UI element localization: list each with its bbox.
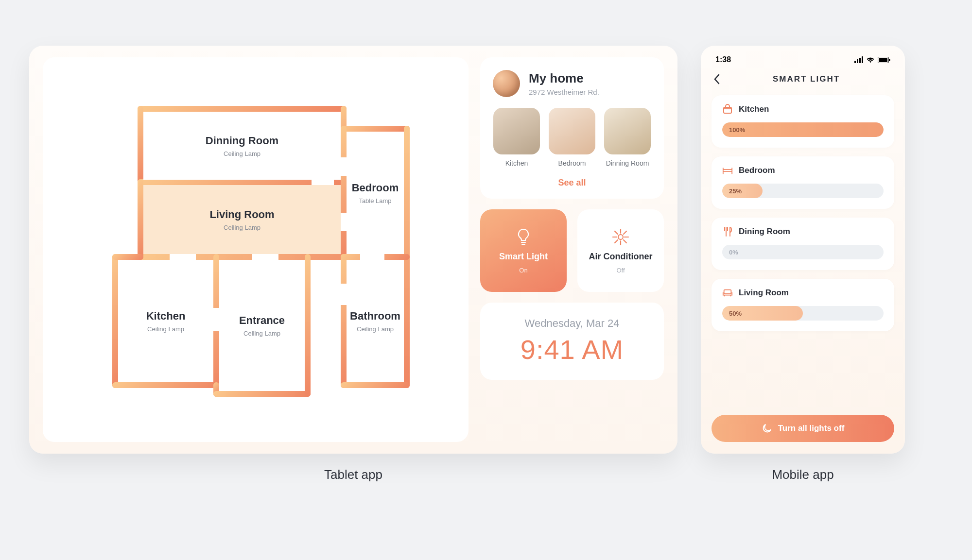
avatar[interactable] bbox=[493, 70, 520, 97]
room-thumb-dinning[interactable]: Dinning Room bbox=[604, 108, 651, 167]
svg-rect-12 bbox=[879, 58, 887, 62]
svg-line-7 bbox=[615, 231, 618, 234]
room-sublabel: Ceiling Lamp bbox=[224, 150, 260, 157]
svg-line-8 bbox=[624, 240, 626, 243]
thumb-image bbox=[493, 108, 540, 154]
svg-point-2 bbox=[618, 235, 623, 239]
room-sublabel: Ceiling Lamp bbox=[243, 330, 280, 337]
slider-card-kitchen: Kitchen 100% bbox=[712, 95, 894, 148]
room-name: Kitchen bbox=[146, 310, 186, 322]
slider-label: Dining Room bbox=[739, 227, 790, 237]
thumb-label: Dinning Room bbox=[606, 159, 649, 167]
bed-icon bbox=[722, 165, 733, 176]
room-bathroom[interactable]: Bathroom Ceiling Lamp bbox=[347, 260, 404, 382]
tile-state: On bbox=[519, 267, 527, 274]
couch-icon bbox=[722, 288, 733, 298]
battery-icon bbox=[878, 57, 890, 63]
mobile-frame: 1:38 SMART LIGHT Kitchen bbox=[701, 46, 905, 454]
thumb-image bbox=[604, 108, 651, 154]
tile-title: Air Conditioner bbox=[589, 252, 653, 262]
room-thumb-bedroom[interactable]: Bedroom bbox=[548, 108, 596, 167]
slider-list: Kitchen 100% Bedroom 25% bbox=[712, 95, 894, 442]
slider-value: 0% bbox=[729, 249, 738, 256]
room-living[interactable]: Living Room Ceiling Lamp bbox=[143, 185, 341, 254]
snowflake-icon bbox=[612, 227, 629, 247]
svg-line-9 bbox=[624, 231, 626, 234]
brightness-slider[interactable]: 100% bbox=[722, 122, 884, 137]
turn-off-button[interactable]: Turn all lights off bbox=[712, 415, 894, 442]
room-dinning[interactable]: Dinning Room Ceiling Lamp bbox=[143, 112, 341, 180]
thumb-label: Bedroom bbox=[558, 159, 586, 167]
signal-icon bbox=[854, 56, 863, 63]
cta-label: Turn all lights off bbox=[778, 424, 845, 433]
svg-rect-13 bbox=[889, 59, 890, 61]
lightbulb-icon bbox=[516, 227, 531, 247]
status-bar: 1:38 bbox=[712, 54, 894, 71]
fork-icon bbox=[722, 226, 733, 237]
room-name: Dinning Room bbox=[206, 135, 278, 147]
slider-label: Living Room bbox=[739, 288, 789, 298]
status-time: 1:38 bbox=[715, 55, 731, 64]
room-name: Entrance bbox=[239, 314, 285, 327]
clock-time: 9:41 AM bbox=[495, 334, 649, 365]
see-all-link[interactable]: See all bbox=[493, 178, 651, 188]
slider-value: 100% bbox=[729, 126, 745, 134]
clock-card: Wednesday, Mar 24 9:41 AM bbox=[480, 303, 664, 380]
room-sublabel: Ceiling Lamp bbox=[357, 325, 394, 333]
room-name: Living Room bbox=[209, 208, 274, 221]
room-thumb-kitchen[interactable]: Kitchen bbox=[493, 108, 540, 167]
thumb-image bbox=[549, 108, 595, 154]
slider-label: Bedroom bbox=[739, 166, 775, 175]
slider-value: 50% bbox=[729, 310, 742, 317]
room-sublabel: Ceiling Lamp bbox=[224, 224, 260, 231]
home-address: 2972 Westheimer Rd. bbox=[529, 88, 599, 96]
floorplan: Dinning Room Ceiling Lamp Bedroom Table … bbox=[112, 99, 414, 400]
room-sublabel: Table Lamp bbox=[359, 197, 391, 204]
thumb-label: Kitchen bbox=[505, 159, 528, 167]
slider-card-bedroom: Bedroom 25% bbox=[712, 156, 894, 209]
back-button[interactable] bbox=[713, 74, 727, 85]
chevron-left-icon bbox=[713, 74, 720, 85]
floorplan-card: Dinning Room Ceiling Lamp Bedroom Table … bbox=[43, 57, 469, 442]
caption-mobile: Mobile app bbox=[772, 467, 833, 482]
tile-title: Smart Light bbox=[499, 252, 548, 262]
tile-state: Off bbox=[616, 267, 625, 274]
room-name: Bedroom bbox=[352, 182, 399, 194]
wifi-icon bbox=[866, 56, 875, 63]
page-title: SMART LIGHT bbox=[734, 74, 892, 84]
tablet-frame: Dinning Room Ceiling Lamp Bedroom Table … bbox=[29, 46, 677, 454]
cook-icon bbox=[722, 104, 733, 115]
slider-value: 25% bbox=[729, 187, 742, 195]
brightness-slider[interactable]: 0% bbox=[722, 245, 884, 259]
home-title: My home bbox=[529, 71, 599, 86]
room-bedroom[interactable]: Bedroom Table Lamp bbox=[347, 132, 404, 254]
brightness-slider[interactable]: 50% bbox=[722, 306, 884, 321]
room-sublabel: Ceiling Lamp bbox=[147, 325, 184, 333]
svg-rect-14 bbox=[724, 107, 731, 113]
home-card: My home 2972 Westheimer Rd. Kitchen Bedr… bbox=[480, 57, 664, 199]
caption-tablet: Tablet app bbox=[324, 467, 382, 482]
tablet-right-column: My home 2972 Westheimer Rd. Kitchen Bedr… bbox=[480, 57, 664, 442]
room-name: Bathroom bbox=[350, 310, 400, 322]
slider-label: Kitchen bbox=[739, 104, 769, 114]
room-kitchen[interactable]: Kitchen Ceiling Lamp bbox=[118, 260, 213, 382]
clock-date: Wednesday, Mar 24 bbox=[495, 317, 649, 330]
slider-card-living: Living Room 50% bbox=[712, 279, 894, 331]
brightness-slider[interactable]: 25% bbox=[722, 184, 884, 198]
room-entrance[interactable]: Entrance Ceiling Lamp bbox=[219, 260, 305, 391]
tile-smart-light[interactable]: Smart Light On bbox=[480, 209, 567, 292]
tile-air-conditioner[interactable]: Air Conditioner Off bbox=[577, 209, 664, 292]
svg-rect-15 bbox=[724, 290, 731, 294]
slider-card-dining: Dining Room 0% bbox=[712, 218, 894, 270]
svg-line-10 bbox=[615, 240, 618, 243]
moon-icon bbox=[762, 423, 772, 434]
